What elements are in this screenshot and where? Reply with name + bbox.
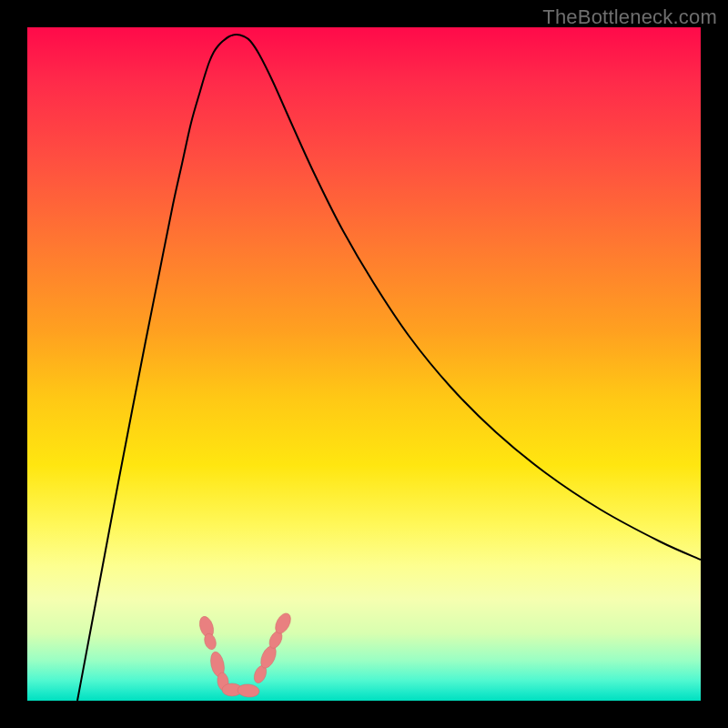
curve-marker [237,683,259,698]
watermark-text: TheBottleneck.com [542,5,717,29]
bottleneck-curve [77,35,701,701]
chart-plot-area [27,27,701,701]
marker-group [197,611,294,698]
chart-svg [27,27,701,701]
curve-group [77,35,701,701]
